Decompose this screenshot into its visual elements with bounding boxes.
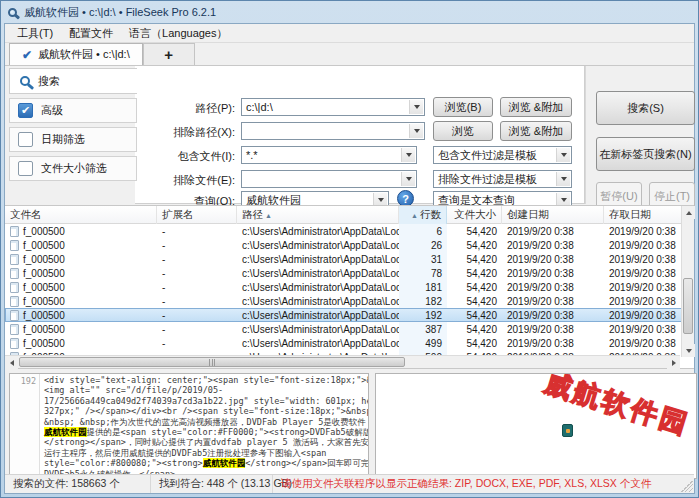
- cell-lines: 31: [399, 252, 447, 266]
- exclude-template-select[interactable]: 排除文件过滤是模板: [433, 170, 572, 188]
- table-row[interactable]: f_000500-c:\Users\Administrator\AppData\…: [5, 322, 683, 336]
- column-header-6[interactable]: 存取日期: [604, 206, 683, 224]
- cell-size: 54,420: [447, 322, 502, 336]
- file-icon: [10, 282, 19, 293]
- cell-accessed: 2019/9/20 0:38: [604, 224, 683, 238]
- cell-extension: -: [157, 224, 237, 238]
- preview-file-pane[interactable]: 威航软件园: [375, 373, 697, 479]
- tab-active-search[interactable]: ✔ 威航软件园 • c:\|d:\: [9, 43, 143, 65]
- exclude-path-label: 排除路径(X):: [143, 125, 235, 140]
- filter-option-label: 高级: [41, 103, 63, 118]
- column-header-1[interactable]: 扩展名: [157, 206, 237, 224]
- table-row[interactable]: f_000500-c:\Users\Administrator\AppData\…: [5, 280, 683, 294]
- table-row[interactable]: f_000500-c:\Users\Administrator\AppData\…: [5, 252, 683, 266]
- section-search-label: 搜索: [38, 74, 60, 89]
- cell-created: 2019/9/20 0:38: [502, 266, 604, 280]
- include-template-dropdown-icon[interactable]: [556, 148, 570, 162]
- browse-path-button[interactable]: 浏览(B): [433, 97, 493, 117]
- search-button[interactable]: 搜索(S): [596, 91, 695, 125]
- scroll-left-button[interactable]: [5, 356, 18, 369]
- browse-append-exclude-button[interactable]: 浏览 &附加: [500, 121, 572, 141]
- horizontal-scroll-thumb[interactable]: [19, 357, 405, 367]
- resize-grip[interactable]: [681, 480, 693, 492]
- cell-filename: f_000500: [5, 280, 157, 294]
- preview-line: 威航软件园提供的是<span style="color:#FF0000;"><s…: [44, 427, 368, 437]
- checkbox-checked-icon[interactable]: ✔: [18, 103, 33, 118]
- path-label: 路径(P):: [143, 101, 235, 116]
- column-header-0[interactable]: 文件名: [5, 206, 157, 224]
- include-files-dropdown-icon[interactable]: [401, 148, 415, 162]
- client-area: 工具(T) 配置文件 语言（Languages） ✔ 威航软件园 • c:\|d…: [4, 23, 695, 494]
- column-header-5[interactable]: 创建日期: [502, 206, 604, 224]
- checkbox-unchecked-icon[interactable]: [18, 132, 33, 147]
- preview-source-text: <div style="text-align: center;"><span s…: [44, 375, 368, 478]
- section-search[interactable]: 搜索: [9, 68, 137, 94]
- menu-tools[interactable]: 工具(T): [9, 24, 61, 43]
- new-tab-button[interactable]: +: [143, 43, 195, 65]
- filter-option-0[interactable]: ✔高级: [9, 98, 137, 123]
- cell-path: c:\Users\Administrator\AppData\Loca...: [237, 252, 399, 266]
- checkbox-unchecked-icon[interactable]: [18, 161, 33, 176]
- status-notice: 请使用文件关联程序以显示正确结果: ZIP, DOCX, EXE, PDF, X…: [273, 475, 659, 493]
- include-files-combobox[interactable]: *.*: [241, 146, 417, 164]
- file-icon: [10, 296, 19, 307]
- table-row[interactable]: f_000500-c:\Users\Administrator\AppData\…: [5, 336, 683, 350]
- cell-accessed: 2019/9/20 0:38: [604, 308, 683, 322]
- exclude-path-combobox[interactable]: [241, 122, 425, 140]
- exclude-files-dropdown-icon[interactable]: [401, 172, 415, 186]
- cell-extension: -: [157, 294, 237, 308]
- column-header-4[interactable]: 文件大小: [447, 206, 502, 224]
- window-title: 威航软件园 • c:\|d:\ • FileSeek Pro 6.2.1: [24, 5, 216, 20]
- cell-created: 2019/9/20 0:38: [502, 336, 604, 350]
- table-row[interactable]: f_000500-c:\Users\Administrator\AppData\…: [5, 266, 683, 280]
- menu-language[interactable]: 语言（Languages）: [121, 24, 235, 43]
- cell-accessed: 2019/9/20 0:38: [604, 280, 683, 294]
- cell-extension: -: [157, 308, 237, 322]
- search-new-tab-button[interactable]: 在新标签页搜索(N): [596, 137, 695, 171]
- path-combobox[interactable]: c:\|d:\: [241, 98, 425, 116]
- status-bar: 搜索的文件: 158663 个 找到符合: 448 个 (13.13 GB) 请…: [5, 474, 694, 493]
- scroll-right-button[interactable]: [667, 356, 680, 369]
- cell-lines: 78: [399, 266, 447, 280]
- menu-profiles[interactable]: 配置文件: [61, 24, 121, 43]
- title-bar[interactable]: 威航软件园 • c:\|d:\ • FileSeek Pro 6.2.1: [1, 1, 698, 23]
- browse-append-path-button[interactable]: 浏览 &附加: [500, 97, 572, 117]
- scroll-up-button[interactable]: [682, 206, 695, 219]
- cell-path: c:\Users\Administrator\AppData\Loca...: [237, 238, 399, 252]
- exclude-path-dropdown-icon[interactable]: [409, 124, 423, 138]
- path-dropdown-icon[interactable]: [409, 100, 423, 114]
- file-icon: [10, 268, 19, 279]
- file-icon: [10, 324, 19, 335]
- filter-option-1[interactable]: 日期筛选: [9, 127, 137, 152]
- preview-line: <div style="text-align: center;"><span s…: [44, 375, 368, 385]
- cell-filename: f_000500: [5, 322, 157, 336]
- results-vertical-scrollbar[interactable]: [681, 206, 694, 357]
- column-header-3[interactable]: ▲行数: [399, 206, 447, 224]
- preview-line: style="color:#800080;"><strong>威航软件园</st…: [44, 458, 368, 468]
- search-term-highlight: 威航软件园: [44, 427, 87, 437]
- cell-accessed: 2019/9/20 0:38: [604, 336, 683, 350]
- tab-label: 威航软件园 • c:\|d:\: [38, 47, 130, 62]
- preview-text-pane[interactable]: 192 <div style="text-align: center;"><sp…: [9, 373, 369, 479]
- table-row[interactable]: f_000500-c:\Users\Administrator\AppData\…: [5, 308, 683, 322]
- exclude-files-combobox[interactable]: [241, 170, 417, 188]
- cell-size: 54,420: [447, 280, 502, 294]
- table-row[interactable]: f_000500-c:\Users\Administrator\AppData\…: [5, 224, 683, 238]
- filter-option-2[interactable]: 文件大小筛选: [9, 156, 137, 181]
- exclude-template-dropdown-icon[interactable]: [556, 172, 570, 186]
- vertical-scroll-thumb[interactable]: [683, 278, 693, 334]
- browse-exclude-button[interactable]: 浏览: [433, 121, 493, 141]
- cell-filename: f_000500: [5, 294, 157, 308]
- include-template-select[interactable]: 包含文件过滤是模板: [433, 146, 572, 164]
- column-header-2[interactable]: 路径▲: [237, 206, 399, 224]
- cell-filename: f_000500: [5, 266, 157, 280]
- search-icon: [20, 76, 30, 86]
- search-options-column: 搜索 ✔高级日期筛选文件大小筛选: [9, 68, 137, 185]
- scroll-down-button[interactable]: [682, 344, 695, 357]
- status-matches-found: 找到符合: 448 个 (13.13 GB): [151, 475, 273, 493]
- exclude-template-value: 排除文件过滤是模板: [438, 172, 537, 187]
- table-row[interactable]: f_000500-c:\Users\Administrator\AppData\…: [5, 238, 683, 252]
- table-row[interactable]: f_000500-c:\Users\Administrator\AppData\…: [5, 294, 683, 308]
- results-horizontal-scrollbar[interactable]: [5, 355, 680, 368]
- cell-extension: -: [157, 336, 237, 350]
